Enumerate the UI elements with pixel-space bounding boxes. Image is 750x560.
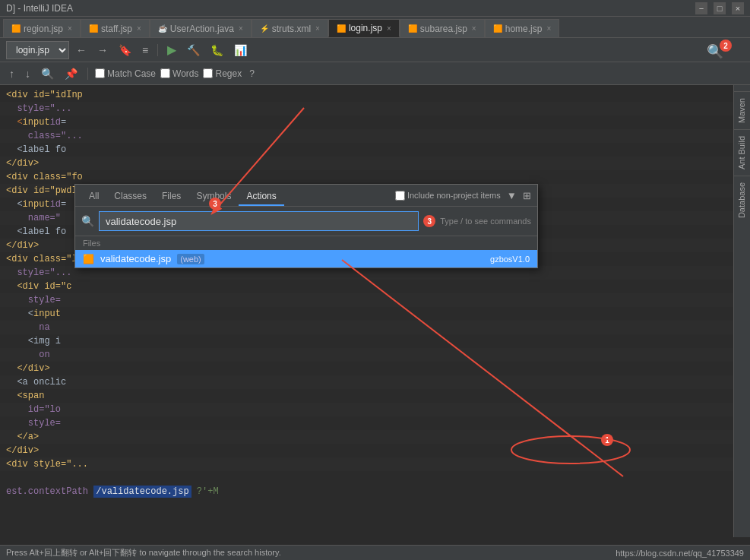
search-tab-files[interactable]: Files — [154, 188, 188, 206]
build-button[interactable]: 🔨 — [183, 42, 204, 59]
back-button[interactable]: ← — [72, 42, 90, 59]
code-line-17: <input — [0, 307, 733, 321]
code-line-19: <img i — [0, 334, 733, 348]
include-non-project-label[interactable]: Include non-project items — [395, 191, 501, 201]
code-editor[interactable]: <div id="idInp style="... <input id= cla… — [0, 85, 733, 537]
title-bar: D] - IntelliJ IDEA − □ × — [0, 0, 750, 17]
maximize-button[interactable]: □ — [714, 2, 726, 14]
tab-icon-useraction: ☕ — [158, 24, 167, 33]
tab-home[interactable]: 🟧 home.jsp × — [485, 19, 560, 37]
tab-close-region[interactable]: × — [68, 24, 72, 33]
code-line-6: </div> — [0, 157, 733, 170]
profile-button[interactable]: 📊 — [230, 42, 251, 59]
tab-useraction[interactable]: ☕ UserAction.java × — [150, 19, 252, 37]
code-line-4: class="... — [0, 129, 733, 143]
tab-icon-home: 🟧 — [493, 24, 502, 33]
tab-icon-struts: ⚡ — [260, 24, 269, 33]
search-popup-input[interactable] — [99, 211, 419, 231]
tab-label-subarea: subarea.jsp — [420, 24, 467, 34]
code-line-27: </div> — [0, 444, 733, 457]
regex-label[interactable]: Regex — [203, 68, 242, 79]
find-nav-up[interactable]: ↑ — [6, 66, 17, 81]
include-non-project-text: Include non-project items — [407, 191, 501, 200]
tab-close-useraction[interactable]: × — [239, 24, 243, 33]
code-line-16: style= — [0, 293, 733, 307]
sidebar-tab-ant[interactable]: Ant Build — [734, 129, 750, 176]
search-results-header: Files — [75, 236, 537, 250]
code-line-1: <div id="idInp — [0, 88, 733, 102]
words-checkbox[interactable] — [160, 68, 170, 78]
tab-icon-region: 🟧 — [11, 24, 21, 33]
code-line-7: <div class="fo — [0, 170, 733, 184]
right-sidebar: Maven Ant Build Database — [733, 85, 750, 537]
code-line-3: <input id= — [0, 115, 733, 129]
search-popup-tabs: All Classes Files Symbols Actions Includ… — [75, 185, 537, 207]
include-non-project-checkbox[interactable] — [395, 191, 405, 201]
code-line-18: na — [0, 321, 733, 334]
search-filter-btn[interactable]: ▼ — [507, 190, 517, 201]
tab-region[interactable]: 🟧 region.jsp × — [3, 19, 81, 37]
minimize-button[interactable]: − — [695, 2, 707, 14]
result-project: gzbosV1.0 — [490, 255, 530, 264]
code-bottom-line: est.contextPath /validatecode.jsp ?'+M — [0, 484, 733, 499]
code-line-15: <div id="c — [0, 280, 733, 293]
tab-label-home: home.jsp — [505, 24, 543, 34]
search-hint-text: Type / to see commands — [440, 217, 531, 226]
code-line-23: <span — [0, 389, 733, 403]
regex-help[interactable]: ? — [249, 68, 255, 79]
tab-subarea[interactable]: 🟧 subarea.jsp × — [400, 19, 485, 37]
search-result-item[interactable]: 🟧 validatecode.jsp (web) gzbosV1.0 — [75, 250, 537, 267]
tab-struts[interactable]: ⚡ struts.xml × — [252, 19, 328, 37]
search-badge-3: 3 — [423, 215, 435, 227]
forward-button[interactable]: → — [93, 42, 112, 59]
close-button[interactable]: × — [732, 2, 744, 14]
tab-close-staff[interactable]: × — [137, 24, 141, 33]
annotation-badge-3: 3 — [209, 198, 221, 210]
code-line-26: </a> — [0, 430, 733, 444]
tab-close-home[interactable]: × — [546, 24, 551, 33]
run-button[interactable]: ▶ — [163, 40, 180, 59]
highlighted-path: /validatecode.jsp — [93, 486, 191, 498]
window-controls: − □ × — [695, 2, 744, 14]
search-everywhere-popup: All Classes Files Symbols Actions Includ… — [74, 184, 538, 268]
search-tab-actions[interactable]: Actions — [239, 188, 283, 206]
regex-checkbox[interactable] — [203, 68, 213, 78]
find-bar: ↑ ↓ 🔍 📌 Match Case Words Regex ? — [0, 62, 750, 85]
tab-label-region: region.jsp — [24, 24, 63, 34]
tab-close-login[interactable]: × — [387, 24, 391, 33]
result-tag: (web) — [177, 254, 204, 264]
find-filter-btn[interactable]: 🔍 — [38, 66, 57, 81]
main-area: <div id="idInp style="... <input id= cla… — [0, 85, 750, 537]
tab-staff[interactable]: 🟧 staff.jsp × — [81, 19, 150, 37]
find-pin-btn[interactable]: 📌 — [62, 66, 81, 81]
status-bar: Press Alt+回上翻转 or Alt+回下翻转 to navigate t… — [0, 545, 750, 560]
file-dropdown[interactable]: login.jsp — [6, 41, 69, 59]
search-input-row: 🔍 3 Type / to see commands — [75, 207, 537, 236]
tab-label-login: login.jsp — [349, 23, 382, 33]
match-case-checkbox[interactable] — [95, 68, 105, 78]
words-label[interactable]: Words — [160, 68, 198, 79]
navigate-button[interactable]: 🔖 — [115, 42, 135, 59]
search-expand-btn[interactable]: ⊞ — [523, 190, 531, 201]
result-filename: validatecode.jsp — [100, 253, 171, 264]
tab-login[interactable]: 🟧 login.jsp × — [328, 19, 400, 37]
sidebar-tab-database[interactable]: Database — [734, 176, 750, 224]
tab-close-subarea[interactable]: × — [472, 24, 476, 33]
tab-icon-subarea: 🟧 — [408, 24, 417, 33]
find-sep — [87, 68, 88, 80]
structure-button[interactable]: ≡ — [138, 42, 152, 59]
search-tab-classes[interactable]: Classes — [106, 188, 154, 206]
code-line-28: <div style="... — [0, 457, 733, 471]
tab-close-struts[interactable]: × — [315, 24, 320, 33]
top-toolbar: login.jsp ← → 🔖 ≡ ▶ 🔨 🐛 📊 🔍 2 — [0, 38, 750, 62]
tab-label-struts: struts.xml — [272, 24, 311, 34]
sidebar-tab-maven[interactable]: Maven — [734, 91, 750, 129]
debug-button[interactable]: 🐛 — [207, 42, 227, 59]
find-nav-down[interactable]: ↓ — [22, 66, 33, 81]
tab-icon-login: 🟧 — [337, 24, 346, 33]
tab-bar: 🟧 region.jsp × 🟧 staff.jsp × ☕ UserActio… — [0, 17, 750, 38]
result-file-icon: 🟧 — [83, 254, 94, 264]
match-case-label[interactable]: Match Case — [95, 68, 156, 79]
search-tab-all[interactable]: All — [81, 188, 106, 206]
code-line-5: <label fo — [0, 143, 733, 157]
